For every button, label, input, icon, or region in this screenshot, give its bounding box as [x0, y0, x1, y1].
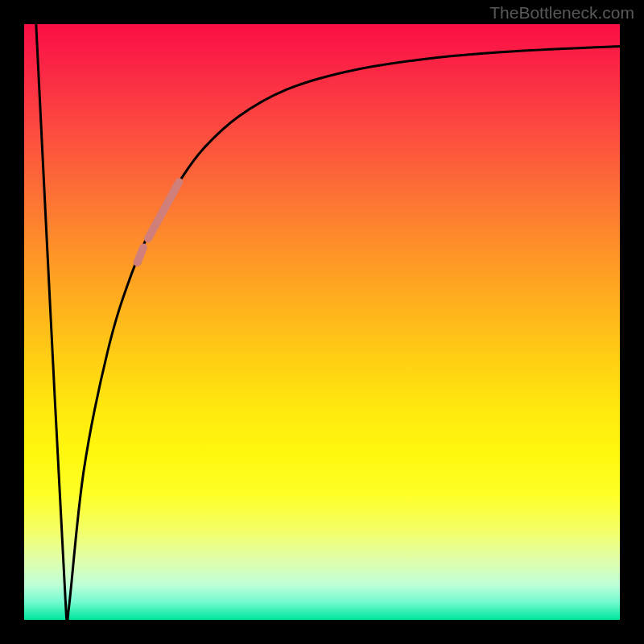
- bottleneck-curve: [36, 24, 620, 620]
- plot-area: [24, 24, 620, 620]
- chart-svg: [24, 24, 620, 620]
- highlight-segment: [148, 182, 179, 238]
- highlight-dot: [138, 248, 143, 263]
- attribution-text: TheBottleneck.com: [489, 3, 634, 23]
